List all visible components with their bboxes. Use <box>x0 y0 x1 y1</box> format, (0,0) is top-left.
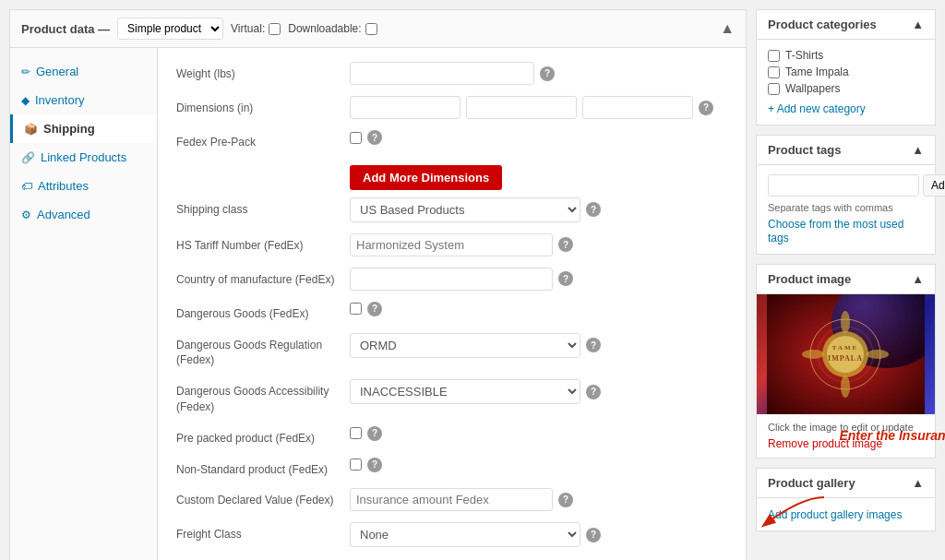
dangerous-goods-access-select[interactable]: INACCESSIBLE <box>350 379 580 404</box>
product-gallery-content: Add product gallery images <box>757 498 935 530</box>
country-help[interactable]: ? <box>558 271 573 286</box>
product-tags-box: Product tags ▲ Add Separate tags with co… <box>756 135 936 255</box>
dangerous-goods-row: Dangerous Goods (FedEx) ? <box>176 302 727 322</box>
product-type-select[interactable]: Simple product <box>117 18 223 40</box>
shipping-class-help[interactable]: ? <box>586 202 601 217</box>
dangerous-goods-reg-content: ORMD ? <box>350 333 727 358</box>
custom-declared-input[interactable] <box>350 488 553 511</box>
sidebar-item-inventory[interactable]: ◆ Inventory <box>10 86 157 114</box>
collapse-button[interactable]: ▲ <box>720 20 735 37</box>
add-new-category-link[interactable]: + Add new category <box>768 102 866 115</box>
fedex-prepack-help-icon[interactable]: ? <box>367 130 382 145</box>
product-tags-title: Product tags <box>768 143 841 157</box>
product-image-collapse-icon[interactable]: ▲ <box>912 272 924 286</box>
custom-declared-content: ? Enter the Insurance amount here <box>350 488 727 511</box>
dangerous-goods-help[interactable]: ? <box>367 302 382 316</box>
weight-label: Weight (lbs) <box>176 62 342 82</box>
sidebar-item-inventory-label: Inventory <box>35 93 84 107</box>
product-gallery-collapse-icon[interactable]: ▲ <box>912 476 924 490</box>
product-gallery-title: Product gallery <box>768 476 855 490</box>
sidebar-item-advanced[interactable]: ⚙ Advanced <box>10 200 157 229</box>
product-image-title: Product image <box>768 272 851 286</box>
non-standard-checkbox[interactable] <box>350 459 362 471</box>
country-row: Country of manufacture (FedEx) US ? <box>176 268 727 291</box>
sidebar-item-shipping[interactable]: 📦 Shipping <box>10 114 157 143</box>
product-image-hint: Click the image to edit or update <box>768 422 924 433</box>
dangerous-goods-checkbox[interactable] <box>350 303 362 315</box>
freight-class-select[interactable]: None <box>350 522 580 547</box>
sidebar-item-linked-products[interactable]: 🔗 Linked Products <box>10 143 157 172</box>
category-tshirts-checkbox[interactable] <box>768 50 780 62</box>
sidebar-item-attributes[interactable]: 🏷 Attributes <box>10 172 157 200</box>
fedex-prepack-checkbox[interactable] <box>350 132 362 144</box>
dimensions-field-content: 3 4 5 ? <box>350 96 727 119</box>
downloadable-label: Downloadable: <box>288 22 361 35</box>
dimensions-help-icon[interactable]: ? <box>699 101 713 115</box>
pre-packed-checkbox[interactable] <box>350 427 362 439</box>
weight-field-content: 2 ? <box>350 62 727 85</box>
country-input[interactable]: US <box>350 268 553 291</box>
non-standard-content: ? <box>350 458 727 472</box>
category-tame-impala-checkbox[interactable] <box>768 66 780 78</box>
right-sidebar: Product categories ▲ T-Shirts Tame Impal… <box>756 9 936 560</box>
shipping-class-content: US Based Products ? <box>350 197 727 222</box>
hs-tariff-label: HS Tariff Number (FedEx) <box>176 233 342 254</box>
weight-input[interactable]: 2 <box>350 62 534 85</box>
dangerous-goods-reg-select[interactable]: ORMD <box>350 333 580 358</box>
dangerous-goods-reg-help[interactable]: ? <box>586 338 601 352</box>
shipping-form: Weight (lbs) 2 ? Dimensions (in) 3 4 5 ? <box>158 48 746 560</box>
weight-help-icon[interactable]: ? <box>540 66 555 81</box>
freight-class-content: None ? <box>350 522 727 547</box>
tags-input[interactable] <box>768 174 919 197</box>
hs-tariff-help[interactable]: ? <box>558 237 573 252</box>
add-gallery-images-link[interactable]: Add product gallery images <box>768 508 902 521</box>
product-tags-content: Add Separate tags with commas Choose fro… <box>757 165 935 254</box>
tag-icon: 🏷 <box>21 180 32 193</box>
product-image-thumbnail[interactable]: TAME IMPALA <box>757 294 935 414</box>
product-tags-collapse-icon[interactable]: ▲ <box>912 143 924 157</box>
sidebar-item-general-label: General <box>36 65 78 78</box>
shipping-class-select[interactable]: US Based Products <box>350 197 580 222</box>
dimension-length-input[interactable]: 3 <box>350 96 461 119</box>
hs-tariff-input[interactable] <box>350 233 553 256</box>
freight-class-help[interactable]: ? <box>586 528 601 542</box>
dimension-height-input[interactable]: 5 <box>582 96 693 119</box>
downloadable-checkbox[interactable] <box>365 23 377 35</box>
add-more-dimensions-button[interactable]: Add More Dimensions <box>350 165 502 190</box>
virtual-checkbox[interactable] <box>269 23 281 35</box>
dangerous-goods-access-content: INACCESSIBLE ? <box>350 379 727 404</box>
sidebar-item-advanced-label: Advanced <box>37 208 90 221</box>
hs-tariff-row: HS Tariff Number (FedEx) ? <box>176 233 727 256</box>
fedex-prepack-row: Fedex Pre-Pack ? <box>176 130 727 150</box>
svg-point-10 <box>841 375 850 398</box>
dangerous-goods-access-row: Dangerous Goods Accessibility (Fedex) IN… <box>176 379 727 415</box>
choose-tags-link[interactable]: Choose from the most used tags <box>768 218 903 244</box>
product-data-header: Product data — Simple product Virtual: D… <box>10 10 746 48</box>
custom-declared-row: Custom Declared Value (Fedex) ? Enter th… <box>176 488 727 511</box>
sidebar-item-shipping-label: Shipping <box>43 122 95 136</box>
pre-packed-help[interactable]: ? <box>367 426 382 441</box>
product-gallery-header: Product gallery ▲ <box>757 469 935 498</box>
category-tame-impala: Tame Impala <box>768 66 924 78</box>
fedex-prepack-content: ? <box>350 130 727 145</box>
dimension-width-input[interactable]: 4 <box>466 96 577 119</box>
shipping-class-row: Shipping class US Based Products ? <box>176 197 727 222</box>
categories-collapse-icon[interactable]: ▲ <box>912 18 924 31</box>
dangerous-goods-reg-row: Dangerous Goods Regulation (Fedex) ORMD … <box>176 333 727 369</box>
dangerous-goods-label: Dangerous Goods (FedEx) <box>176 302 342 322</box>
freight-class-label: Freight Class <box>176 522 342 542</box>
svg-text:IMPALA: IMPALA <box>828 354 863 363</box>
dangerous-goods-access-help[interactable]: ? <box>586 385 601 399</box>
product-data-label: Product data — <box>21 22 110 36</box>
dangerous-goods-access-label: Dangerous Goods Accessibility (Fedex) <box>176 379 342 415</box>
tags-hint: Separate tags with commas <box>768 202 924 213</box>
custom-declared-help[interactable]: ? <box>558 493 573 507</box>
sidebar-item-general[interactable]: ✏ General <box>10 57 157 86</box>
non-standard-help[interactable]: ? <box>367 458 382 472</box>
country-content: US ? <box>350 268 727 291</box>
category-wallpapers-checkbox[interactable] <box>768 83 780 95</box>
svg-point-11 <box>802 350 824 359</box>
tags-add-button[interactable]: Add <box>923 174 945 197</box>
dimensions-label: Dimensions (in) <box>176 96 342 116</box>
remove-product-image-link[interactable]: Remove product image <box>768 437 882 450</box>
